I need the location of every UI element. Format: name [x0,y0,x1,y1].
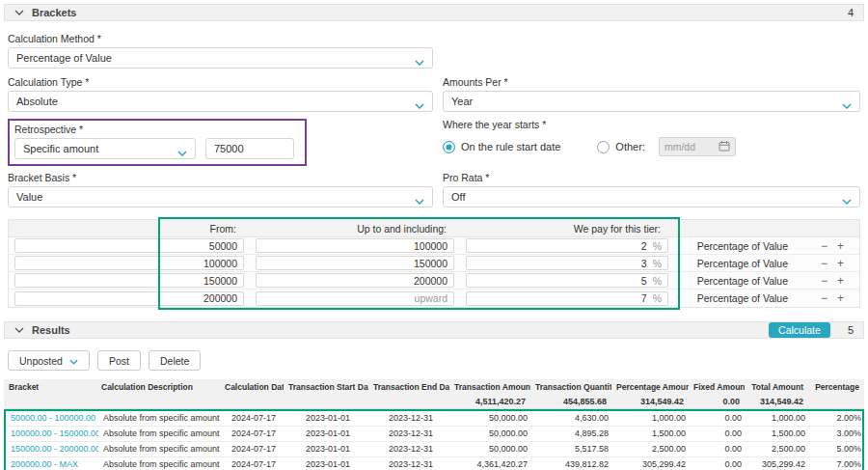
bracket-link[interactable]: 200000.00 - MAX [6,457,98,470]
result-cell: 50,000.00 [451,411,532,426]
add-tier-button[interactable]: + [837,292,844,304]
tier-from-input[interactable]: 150000 [14,273,244,288]
result-cell: 1,000.00 [613,411,691,426]
header-cell: Transaction Quantity [530,379,611,395]
year-start-rule-radio-label: On the rule start date [461,141,560,152]
results-toolbar: Unposted Post Delete [4,339,864,371]
chevron-down-icon [415,56,424,68]
header-cell: Percentage Amount [611,379,689,395]
remove-tier-button[interactable]: − [821,275,827,287]
results-section-header[interactable]: Results Calculate 5 [4,321,864,339]
amounts-per-label: Amounts Per * [443,76,860,88]
pro-rata-select[interactable]: Off [443,186,860,207]
retrospective-amount-input[interactable]: 75000 [205,138,294,159]
results-count: 5 [848,324,854,336]
header-cell: Transaction Start Date [284,379,368,395]
calculate-button[interactable]: Calculate [769,322,830,338]
year-start-other-radio[interactable]: Other: [597,141,645,153]
result-cell: 50,000.00 [451,427,532,441]
calculation-method-value: Percentage of Value [16,52,112,64]
tier-row: 200000upward7%Percentage of Value−+ [9,290,859,307]
tier-from-input[interactable]: 50000 [14,238,244,253]
result-cell: 7.00% [810,457,866,470]
brackets-section-header[interactable]: Brackets 4 [4,4,864,21]
bracket-link[interactable]: 50000.00 - 100000.00 [6,411,98,426]
result-cell: 2023-01-01 [285,427,370,441]
tier-upto-input[interactable]: upward [256,291,454,306]
result-cell: 2023-01-01 [285,411,370,426]
tier-from-header: From: [9,220,250,237]
bracket-basis-label: Bracket Basis * [8,172,433,183]
remove-tier-button[interactable]: − [821,292,827,304]
remove-tier-button[interactable]: − [821,240,827,252]
tier-upto-input[interactable]: 150000 [256,256,454,270]
retrospective-select[interactable]: Specific amount [14,138,196,159]
delete-button[interactable]: Delete [149,350,201,371]
add-tier-button[interactable]: + [837,275,844,287]
tier-rate-input[interactable]: 7% [466,291,668,306]
tier-row: 500001000002%Percentage of Value−+ [9,237,859,255]
result-cell: 2024-07-17 [222,427,285,441]
brackets-section-title: Brackets [32,7,76,18]
amounts-per-select[interactable]: Year [443,91,860,112]
result-cell: 2023-12-31 [370,442,451,456]
rule-configuration-page: Brackets 4 Calculation Method * Percenta… [0,0,868,470]
add-tier-button[interactable]: + [837,258,844,269]
retrospective-value: Specific amount [23,143,98,154]
bracket-link[interactable]: 100000.00 - 150000.00 [6,427,98,441]
calendar-icon [719,140,730,153]
unposted-dropdown-button[interactable]: Unposted [8,350,90,371]
result-cell: 4,895.28 [532,427,613,441]
result-cell: 2.00% [810,411,866,426]
total-cell: 314,549.42 [745,395,808,408]
result-cell: Absolute from specific amount [98,411,222,426]
result-cell: 2024-07-17 [222,457,285,470]
tier-row: 1500002000005%Percentage of Value−+ [9,272,859,290]
calculation-method-select[interactable]: Percentage of Value [8,47,433,69]
tier-from-input[interactable]: 200000 [14,291,244,306]
add-tier-button[interactable]: + [837,240,844,252]
result-cell: 2,500.00 [613,442,691,456]
remove-tier-button[interactable]: − [821,258,827,269]
total-cell [368,395,449,408]
total-cell [284,395,368,408]
tier-upto-input[interactable]: 100000 [256,238,454,253]
calculation-type-select[interactable]: Absolute [8,91,433,112]
tier-from-input[interactable]: 100000 [14,256,244,270]
year-start-rule-radio[interactable]: On the rule start date [443,141,560,153]
tier-rate-input[interactable]: 3% [466,256,668,270]
tier-rate-input[interactable]: 5% [466,273,668,288]
result-cell: 0.00 [691,457,746,470]
chevron-down-icon [842,99,852,111]
tier-upto-input[interactable]: 200000 [256,273,454,288]
results-annotation-box-green: 50000.00 - 100000.00Absolute from specif… [4,409,864,470]
results-table: BracketCalculation DescriptionCalculatio… [4,379,864,470]
retrospective-annotation-box: Retrospective * Specific amount 75000 [8,119,307,166]
result-cell: 4,361,420.27 [451,457,532,470]
calculation-method-label: Calculation Method * [8,33,433,44]
result-cell: 2023-12-31 [370,427,451,441]
result-cell: 0.00 [691,442,746,456]
bracket-link[interactable]: 150000.00 - 200000.00 [6,442,98,456]
result-cell: 2023-01-01 [285,442,370,456]
header-cell: Calculation Description [96,379,220,395]
radio-selected-icon [443,141,455,153]
chevron-down-icon [69,355,78,367]
post-button[interactable]: Post [97,350,141,371]
result-row: 50000.00 - 100000.00Absolute from specif… [6,411,862,427]
result-cell: Absolute from specific amount [98,457,222,470]
bracket-basis-select[interactable]: Value [8,186,433,207]
result-cell: 50,000.00 [451,442,532,456]
results-table-header: BracketCalculation DescriptionCalculatio… [4,379,864,395]
tier-rate-input[interactable]: 2% [466,238,668,253]
bracket-basis-value: Value [16,191,42,203]
brackets-form: Calculation Method * Percentage of Value… [4,21,864,207]
result-cell: 2023-12-31 [370,457,451,470]
result-cell: 2,500.00 [746,442,810,456]
result-cell: 2023-12-31 [370,411,451,426]
result-cell: 5,517.58 [532,442,613,456]
result-cell: 1,500.00 [613,427,691,441]
result-cell: 2024-07-17 [222,442,285,456]
header-cell: Total Amount [745,379,808,395]
retrospective-label: Retrospective * [14,124,300,135]
